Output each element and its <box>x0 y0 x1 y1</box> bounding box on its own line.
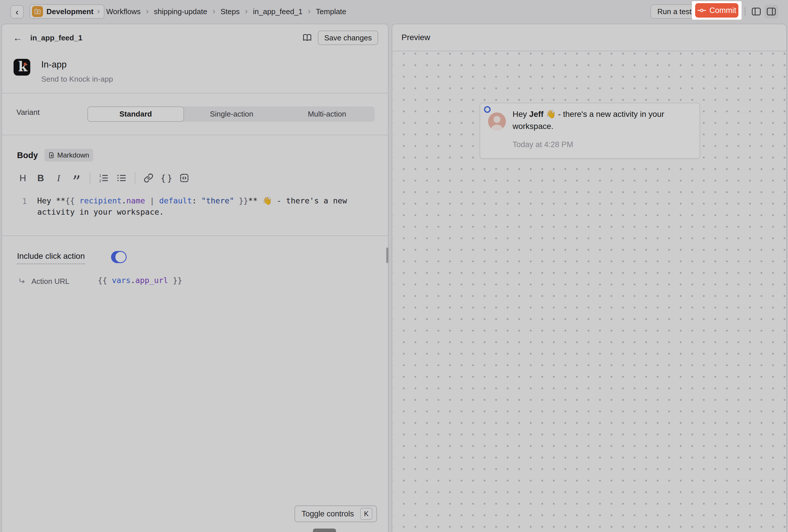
bullet-list-icon[interactable] <box>115 171 129 185</box>
section-divider <box>2 135 388 135</box>
link-icon[interactable] <box>142 171 156 185</box>
italic-icon[interactable]: I <box>52 171 65 185</box>
breadcrumb-item[interactable]: Workflows <box>106 7 140 16</box>
bottom-tooltip-partial <box>313 529 336 532</box>
environment-folder-icon <box>32 6 43 17</box>
variant-segmented-control: Standard Single-action Multi-action <box>87 106 375 122</box>
back-button[interactable]: ‹ <box>11 5 24 18</box>
variant-option-single-action[interactable]: Single-action <box>184 106 279 122</box>
include-click-action-label: Include click action <box>17 252 85 264</box>
notification-message: Hey Jeff 👋 - there's a new activity in y… <box>513 108 683 133</box>
ordered-list-icon[interactable]: 1 2 <box>97 171 111 185</box>
environment-label: Development <box>46 7 94 16</box>
toggle-controls-button[interactable]: Toggle controls K <box>295 506 377 522</box>
notification-timestamp: Today at 4:28 PM <box>513 140 573 149</box>
toggle-left-panel-button[interactable] <box>749 5 763 18</box>
unread-indicator <box>484 106 491 113</box>
chevron-right-icon: › <box>97 7 100 16</box>
template-editor-panel: ← in_app_feed_1 Save changes k In-app Se… <box>1 24 389 532</box>
line-number: 1 <box>17 197 27 206</box>
scrollbar-thumb[interactable] <box>386 248 389 263</box>
top-bar: ‹ Development › Workflows›shipping-updat… <box>0 0 788 23</box>
back-arrow-icon[interactable]: ← <box>13 33 22 43</box>
docs-book-icon[interactable] <box>300 31 314 44</box>
commit-button[interactable]: Commit <box>695 3 738 18</box>
corner-down-right-icon <box>18 277 26 285</box>
section-divider <box>2 235 388 236</box>
git-commit-icon <box>697 7 706 13</box>
preview-panel: Preview Hey Jeff 👋 - there's a new activ… <box>392 24 787 532</box>
code-line[interactable]: Hey **{{ recipient.name | default: "ther… <box>37 195 375 218</box>
knock-logo: k <box>14 59 30 76</box>
action-url-value[interactable]: {{ vars.app_url }} <box>98 276 182 285</box>
svg-text:1: 1 <box>99 173 101 178</box>
include-click-action-toggle[interactable] <box>111 251 126 263</box>
step-name: in_app_feed_1 <box>30 34 82 42</box>
notification-card[interactable]: Hey Jeff 👋 - there's a new activity in y… <box>480 103 700 159</box>
chevron-right-icon: › <box>245 7 248 16</box>
markdown-badge[interactable]: Markdown <box>44 149 94 161</box>
preview-header: Preview <box>392 24 786 51</box>
chevron-right-icon: › <box>308 7 311 16</box>
editor-toolbar: H B I ” 1 2 {} <box>16 171 191 185</box>
keyboard-shortcut-k: K <box>360 508 372 520</box>
commit-highlight-box: Commit <box>692 1 742 20</box>
channel-subtitle: Send to Knock in-app <box>41 75 113 84</box>
code-block-icon[interactable] <box>177 171 191 185</box>
run-a-test-button[interactable]: Run a test <box>650 4 698 19</box>
avatar <box>488 113 506 131</box>
heading-icon[interactable]: H <box>16 171 30 185</box>
preview-canvas: Hey Jeff 👋 - there's a new activity in y… <box>393 52 786 532</box>
variant-option-multi-action[interactable]: Multi-action <box>279 106 375 122</box>
action-url-label: Action URL <box>32 277 70 286</box>
variable-braces-icon[interactable]: {} <box>159 171 173 185</box>
channel-title: In-app <box>41 59 113 70</box>
breadcrumb-item[interactable]: Steps <box>220 7 240 16</box>
preview-title: Preview <box>401 33 430 42</box>
svg-text:2: 2 <box>99 179 101 183</box>
recipient-name: Jeff <box>529 110 544 119</box>
topbar-divider <box>745 7 745 16</box>
environment-switcher[interactable]: Development › <box>29 4 104 19</box>
bold-icon[interactable]: B <box>34 171 47 185</box>
toggle-right-panel-button[interactable] <box>764 5 778 18</box>
body-label: Body <box>17 151 38 160</box>
breadcrumb-item[interactable]: shipping-update <box>154 7 207 16</box>
variant-label: Variant <box>16 108 40 117</box>
breadcrumb-item[interactable]: in_app_feed_1 <box>253 7 302 16</box>
chevron-right-icon: › <box>212 7 215 16</box>
variant-option-standard[interactable]: Standard <box>87 106 184 122</box>
breadcrumb: Workflows›shipping-update›Steps›in_app_f… <box>106 0 347 23</box>
save-changes-button[interactable]: Save changes <box>318 31 378 45</box>
chevron-right-icon: › <box>146 7 149 16</box>
markdown-file-icon <box>48 152 55 158</box>
blockquote-icon[interactable]: ” <box>70 171 83 185</box>
breadcrumb-item[interactable]: Template <box>316 7 347 16</box>
